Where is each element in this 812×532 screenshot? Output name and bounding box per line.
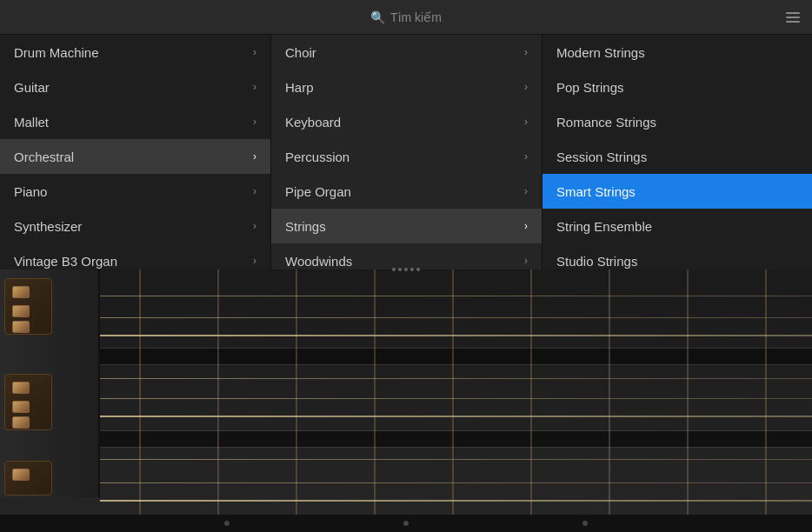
item-label: Piano xyxy=(14,184,47,199)
tuning-peg-section-2 xyxy=(4,374,52,430)
fret-line-5 xyxy=(452,269,454,515)
list-item-pop-strings[interactable]: Pop Strings xyxy=(542,70,812,104)
item-label: Mallet xyxy=(14,115,49,130)
guitar-string-8 xyxy=(100,482,812,483)
fret-line-6 xyxy=(530,269,532,515)
item-label: Synthesizer xyxy=(14,219,82,234)
guitar-string-7 xyxy=(100,459,812,460)
strings-visual xyxy=(0,269,812,515)
indicator-dot-1 xyxy=(224,521,230,526)
tuning-peg-7 xyxy=(12,469,30,481)
item-label: Drum Machine xyxy=(14,45,99,60)
item-label: Romance Strings xyxy=(556,115,656,130)
handle-dot-2 xyxy=(398,268,402,271)
item-label: Studio Strings xyxy=(556,254,637,269)
subcat-item-pipe-organ[interactable]: Pipe Organ › xyxy=(271,174,542,209)
fret-line-3 xyxy=(296,269,297,515)
chevron-right-icon: › xyxy=(253,116,256,128)
guitar-string-5 xyxy=(100,398,812,399)
item-label: Harp xyxy=(285,80,314,95)
list-item-smart-strings[interactable]: Smart Strings xyxy=(542,174,812,209)
menu-icon[interactable] xyxy=(786,12,800,23)
subcat-item-choir[interactable]: Choir › xyxy=(271,35,542,70)
list-item-modern-strings[interactable]: Modern Strings xyxy=(542,35,812,70)
item-label: Strings xyxy=(285,219,326,234)
tuning-peg-4 xyxy=(12,382,30,394)
fret-line-4 xyxy=(374,269,376,515)
tuning-peg-section-3 xyxy=(4,461,52,495)
list-item-studio-strings[interactable]: Studio Strings xyxy=(542,243,812,278)
chevron-right-icon: › xyxy=(524,116,528,128)
menu-line-3 xyxy=(786,21,800,23)
sidebar-item-orchestral[interactable]: Orchestral › xyxy=(0,139,270,174)
guitar-string-3 xyxy=(100,335,812,336)
tuning-peg-6 xyxy=(12,416,30,429)
list-item-session-strings[interactable]: Session Strings xyxy=(542,139,812,174)
menu-line-1 xyxy=(786,12,800,14)
tuning-peg-2 xyxy=(12,305,30,317)
sidebar-item-piano[interactable]: Piano › xyxy=(0,174,270,209)
chevron-right-icon: › xyxy=(524,255,528,267)
category-column: Drum Machine › Guitar › Mallet › Orchest… xyxy=(0,35,271,269)
subcat-item-woodwinds[interactable]: Woodwinds › xyxy=(271,243,542,278)
item-label: Percussion xyxy=(285,150,349,164)
fret-line-9 xyxy=(765,269,767,515)
chevron-right-icon: › xyxy=(253,150,256,163)
tuning-peg-section-1 xyxy=(4,278,52,335)
subcat-item-percussion[interactable]: Percussion › xyxy=(271,139,542,174)
chevron-right-icon: › xyxy=(524,220,528,232)
sidebar-item-drum-machine[interactable]: Drum Machine › xyxy=(0,35,270,70)
fret-line-8 xyxy=(687,269,689,515)
dots-row xyxy=(0,515,812,532)
tuning-peg-1 xyxy=(12,286,30,298)
guitar-string-9 xyxy=(100,500,812,502)
chevron-right-icon: › xyxy=(524,150,528,163)
menu-container: Drum Machine › Guitar › Mallet › Orchest… xyxy=(0,35,812,269)
section-gap-2 xyxy=(0,431,812,447)
subcategory-column: Choir › Harp › Keyboard › Percussion › P… xyxy=(271,35,542,269)
menu-line-2 xyxy=(786,17,800,18)
tuning-peg-5 xyxy=(12,401,30,413)
guitar-string-1 xyxy=(100,296,812,296)
hardware-panel xyxy=(0,269,100,497)
item-label: Pop Strings xyxy=(556,80,624,95)
chevron-right-icon: › xyxy=(253,220,256,232)
subcat-item-keyboard[interactable]: Keyboard › xyxy=(271,104,542,139)
guitar-string-6 xyxy=(100,416,812,417)
subcat-item-strings[interactable]: Strings › xyxy=(271,209,542,243)
chevron-right-icon: › xyxy=(253,81,256,93)
item-label: Vintage B3 Organ xyxy=(14,254,117,269)
item-label: Choir xyxy=(285,45,316,60)
handle-dot-4 xyxy=(410,268,414,271)
list-item-string-ensemble[interactable]: String Ensemble xyxy=(542,209,812,243)
sidebar-item-mallet[interactable]: Mallet › xyxy=(0,104,270,139)
search-icon: 🔍 xyxy=(370,10,385,24)
fret-line-1 xyxy=(139,269,141,515)
item-label: Session Strings xyxy=(556,150,647,164)
section-divider-3 xyxy=(0,430,812,431)
divider-handle[interactable] xyxy=(392,268,420,271)
sidebar-item-synthesizer[interactable]: Synthesizer › xyxy=(0,209,270,243)
chevron-right-icon: › xyxy=(253,255,256,267)
item-label: Keyboard xyxy=(285,115,341,130)
chevron-right-icon: › xyxy=(253,185,256,197)
indicator-dot-2 xyxy=(403,521,409,526)
chevron-right-icon: › xyxy=(524,81,528,93)
item-label: Modern Strings xyxy=(556,45,645,60)
guitar-string-2 xyxy=(100,317,812,318)
item-label: Guitar xyxy=(14,80,50,95)
section-divider-1 xyxy=(0,348,812,349)
chevron-right-icon: › xyxy=(253,46,256,58)
sidebar-item-vintage-b3[interactable]: Vintage B3 Organ › xyxy=(0,243,270,278)
handle-dot-5 xyxy=(416,268,420,271)
sidebar-item-guitar[interactable]: Guitar › xyxy=(0,70,270,104)
fret-line-7 xyxy=(609,269,610,515)
handle-dot-3 xyxy=(404,268,408,271)
item-label: Orchestral xyxy=(14,150,74,164)
instrument-area[interactable] xyxy=(0,269,812,532)
list-item-romance-strings[interactable]: Romance Strings xyxy=(542,104,812,139)
subcat-item-harp[interactable]: Harp › xyxy=(271,70,542,104)
chevron-right-icon: › xyxy=(524,185,528,197)
item-label: Smart Strings xyxy=(556,184,636,199)
handle-dot-1 xyxy=(392,268,396,271)
